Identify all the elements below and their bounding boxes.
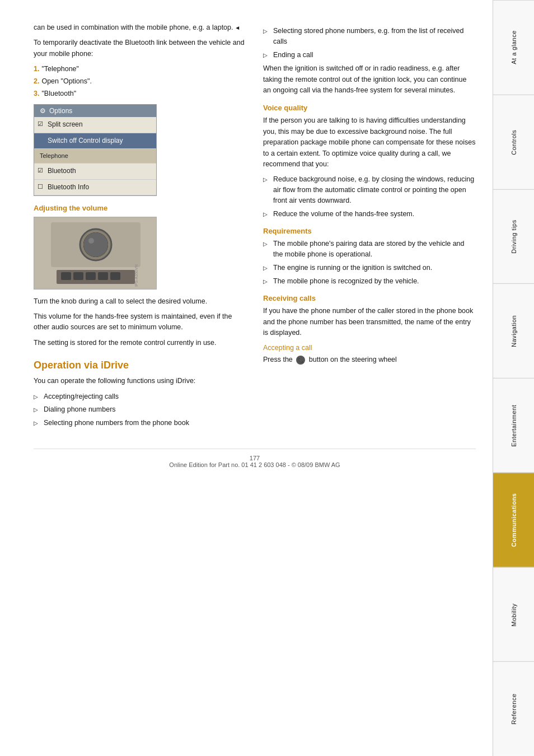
volume-text-2: This volume for the hands-free system is…: [34, 311, 246, 333]
sidebar-item-entertainment[interactable]: Entertainment: [493, 378, 534, 473]
sidebar-item-navigation[interactable]: Navigation: [493, 283, 534, 378]
step-2: 2.Open "Options".: [34, 76, 246, 87]
options-item-telephone: Telephone: [34, 149, 156, 164]
operation-intro: You can operate the following functions …: [34, 376, 246, 386]
operation-heading: Operation via iDrive: [34, 360, 246, 371]
sidebar-item-controls[interactable]: Controls: [493, 95, 534, 189]
options-item-switch-off: Switch off Control display: [34, 133, 156, 149]
options-item-bluetooth-info: Bluetooth Info: [34, 180, 156, 195]
svg-point-4: [83, 232, 108, 257]
options-menu-screenshot: ⚙ Options Split screen Switch off Contro…: [34, 104, 157, 195]
svg-rect-7: [61, 272, 71, 280]
sidebar-item-communications[interactable]: Communications: [493, 473, 534, 567]
svg-rect-10: [98, 272, 108, 280]
svg-rect-11: [110, 272, 120, 280]
sidebar-item-driving-tips[interactable]: Driving tips: [493, 189, 534, 284]
req-bullet-1: The mobile phone's pairing data are stor…: [263, 239, 476, 260]
operation-bullets: Accepting/rejecting calls Dialing phone …: [34, 391, 246, 428]
svg-point-5: [88, 238, 94, 244]
step-3: 3."Bluetooth": [34, 88, 246, 99]
req-bullet-2: The engine is running or the ignition is…: [263, 263, 476, 273]
operation-bullet-1: Accepting/rejecting calls: [34, 391, 246, 402]
sidebar-item-at-a-glance[interactable]: At a glance: [493, 0, 534, 95]
req-bullet-3: The mobile phone is recognized by the ve…: [263, 276, 476, 287]
accepting-call-text: Press the 📞 button on the steering wheel: [263, 354, 476, 365]
left-column: can be used in combination with the mobi…: [34, 22, 246, 432]
adjusting-volume-heading: Adjusting the volume: [34, 204, 246, 212]
intro-paragraph-2: To temporarily deactivate the Bluetooth …: [34, 38, 246, 59]
options-item-bluetooth: Bluetooth: [34, 164, 156, 179]
page-number: 177: [250, 455, 260, 461]
voice-bullet-1: Reduce background noise, e.g. by closing…: [263, 174, 476, 206]
voice-quality-text: If the person you are talking to is havi…: [263, 115, 476, 170]
sidebar-item-mobility[interactable]: Mobility: [493, 567, 534, 662]
ignition-text: When the ignition is switched off or in …: [263, 63, 476, 96]
voice-quality-bullets: Reduce background noise, e.g. by closing…: [263, 174, 476, 219]
sidebar-item-reference[interactable]: Reference: [493, 661, 534, 756]
more-bullets: Selecting stored phone numbers, e.g. fro…: [263, 26, 476, 60]
footer-text: Online Edition for Part no. 01 41 2 603 …: [169, 461, 340, 468]
volume-text-3: The setting is stored for the remote con…: [34, 338, 246, 348]
svg-text:IPS-A350VN: IPS-A350VN: [134, 264, 138, 287]
page-container: can be used in combination with the mobi…: [0, 0, 534, 756]
triangle-marker: ◄: [233, 25, 241, 31]
voice-quality-heading: Voice quality: [263, 104, 476, 112]
right-column: Selecting stored phone numbers, e.g. fro…: [263, 22, 476, 432]
page-footer: 177 Online Edition for Part no. 01 41 2 …: [34, 449, 476, 468]
svg-rect-9: [86, 272, 96, 280]
operation-bullet-2: Dialing phone numbers: [34, 404, 246, 415]
volume-text-1: Turn the knob during a call to select th…: [34, 296, 246, 307]
more-bullet-2: Ending a call: [263, 50, 476, 60]
options-menu-title: ⚙ Options: [34, 105, 156, 117]
accepting-call-subheading: Accepting a call: [263, 344, 476, 352]
receiving-calls-text: If you have the phone number of the call…: [263, 306, 476, 338]
volume-image-inner: IPS-A350VN: [34, 217, 156, 289]
main-content: can be used in combination with the mobi…: [0, 0, 493, 756]
volume-image: IPS-A350VN: [34, 217, 157, 290]
steps-list: 1."Telephone" 2.Open "Options". 3."Bluet…: [34, 64, 246, 99]
options-icon: ⚙: [40, 107, 46, 115]
operation-bullet-3: Selecting phone numbers from the phone b…: [34, 418, 246, 428]
requirements-bullets: The mobile phone's pairing data are stor…: [263, 239, 476, 286]
receiving-calls-heading: Receiving calls: [263, 294, 476, 302]
requirements-heading: Requirements: [263, 227, 476, 235]
intro-paragraph: can be used in combination with the mobi…: [34, 22, 246, 33]
sidebar: At a glance Controls Driving tips Naviga…: [493, 0, 534, 756]
voice-bullet-2: Reduce the volume of the hands-free syst…: [263, 209, 476, 220]
step-1: 1."Telephone": [34, 64, 246, 74]
car-interior-svg: IPS-A350VN: [34, 217, 156, 290]
more-bullet-1: Selecting stored phone numbers, e.g. fro…: [263, 26, 476, 47]
phone-button-icon: 📞: [296, 356, 305, 365]
two-col-layout: can be used in combination with the mobi…: [34, 22, 476, 432]
options-item-split-screen: Split screen: [34, 117, 156, 133]
svg-rect-8: [73, 272, 83, 280]
